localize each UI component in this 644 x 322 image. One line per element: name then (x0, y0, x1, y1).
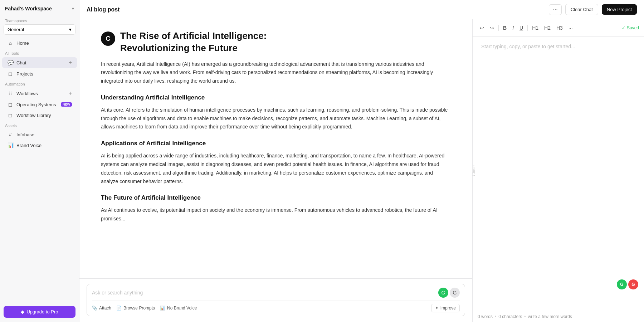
sidebar-item-workflows[interactable]: ⁞⁞ Workflows + (2, 88, 77, 99)
sidebar-item-projects[interactable]: ◻ Projects (2, 69, 77, 79)
browse-prompts-icon: 📄 (116, 306, 122, 311)
ai-tools-label: AI Tools (0, 48, 79, 57)
h1-button[interactable]: H1 (530, 24, 541, 32)
main-area: AI blog post ··· Clear Chat New Project … (79, 0, 644, 322)
document-scroll: C The Rise of Artificial Intelligence: R… (79, 19, 472, 278)
workspace-chevron-icon: ▾ (72, 6, 74, 11)
grammarly-suggest-button[interactable]: G (450, 288, 460, 298)
section1-body: At its core, AI refers to the simulation… (101, 106, 451, 131)
editor-grammarly-red-button[interactable]: G (628, 279, 638, 289)
redo-button[interactable]: ↪ (488, 24, 496, 32)
sidebar-home-label: Home (16, 40, 72, 46)
word-count: 0 words (478, 314, 493, 319)
no-brand-voice-button[interactable]: 📊 No Brand Voice (160, 306, 197, 311)
chat-icons-right: G G (438, 288, 460, 298)
teamspace-selector[interactable]: General ▾ (4, 24, 75, 35)
title-line2: Revolutionizing the Future (120, 43, 238, 53)
editor-grammarly-icons: G G (617, 279, 638, 289)
chat-input[interactable] (92, 290, 435, 296)
editor-footer: 0 words • 0 characters • write a few mor… (473, 311, 644, 322)
upgrade-icon: ◆ (21, 309, 24, 314)
operating-systems-icon: ◻ (7, 102, 14, 107)
sidebar-projects-label: Projects (16, 71, 72, 77)
section3-body: As AI continues to evolve, its potential… (101, 206, 451, 223)
sidebar-operating-systems-label: Operating Systems (16, 102, 57, 107)
bold-button[interactable]: B (501, 24, 509, 32)
sidebar-brand-voice-label: Brand Voice (16, 143, 72, 148)
sidebar-item-workflow-library[interactable]: ◻ Workflow Library (2, 110, 77, 120)
editor-content[interactable]: Start typing, copy, or paste to get star… (473, 36, 644, 311)
footer-suggestion: write a few more words (528, 314, 572, 319)
editor-toolbar: ↩ ↪ B I U H1 H2 H3 ··· ✓ Saved (473, 19, 644, 36)
teamspace-value: General (8, 27, 24, 32)
chat-input-area: G G 📎 Attach 📄 Browse Prompts (79, 278, 472, 322)
sidebar: Fahad's Workspace ▾ Teamspaces General ▾… (0, 0, 79, 322)
more-options-button[interactable]: ··· (549, 4, 561, 15)
toolbar-separator-2 (527, 25, 528, 31)
document-body: In recent years, Artificial Intelligence… (101, 60, 451, 223)
character-count: 0 characters (498, 314, 522, 319)
browse-prompts-label: Browse Prompts (123, 306, 155, 311)
sidebar-item-home[interactable]: ⌂ Home (2, 38, 77, 48)
projects-icon: ◻ (7, 71, 14, 77)
chat-input-box: G G 📎 Attach 📄 Browse Prompts (87, 284, 465, 316)
clear-chat-button[interactable]: Clear Chat (565, 4, 598, 15)
workflows-icon: ⁞⁞ (7, 91, 14, 96)
teamspace-chevron-icon: ▾ (69, 27, 72, 32)
toolbar-separator-1 (498, 25, 499, 31)
document-header: C The Rise of Artificial Intelligence: R… (101, 30, 451, 54)
improve-icon: ✦ (435, 306, 439, 311)
browse-prompts-button[interactable]: 📄 Browse Prompts (116, 306, 155, 311)
attach-icon: 📎 (92, 306, 97, 311)
chat-add-icon[interactable]: + (69, 59, 72, 66)
workflow-library-icon: ◻ (7, 112, 14, 118)
new-project-button[interactable]: New Project (602, 4, 637, 15)
sidebar-item-operating-systems[interactable]: ◻ Operating Systems NEW (2, 99, 77, 109)
workspace-name: Fahad's Workspace (5, 6, 52, 11)
workspace-header[interactable]: Fahad's Workspace ▾ (0, 0, 79, 16)
chat-input-row: G G (92, 288, 460, 298)
document-title-block: The Rise of Artificial Intelligence: Rev… (120, 30, 451, 54)
brand-voice-icon: 📊 (7, 142, 14, 148)
content-area: C The Rise of Artificial Intelligence: R… (79, 19, 644, 322)
grammarly-check-button[interactable]: G (438, 288, 448, 298)
saved-label: Saved (627, 25, 639, 30)
h2-button[interactable]: H2 (542, 24, 553, 32)
section1-heading: Understanding Artificial Intelligence (101, 93, 451, 103)
more-formatting-button[interactable]: ··· (566, 24, 575, 32)
editor-grammarly-green-button[interactable]: G (617, 279, 627, 289)
h3-button[interactable]: H3 (554, 24, 565, 32)
sidebar-item-brand-voice[interactable]: 📊 Brand Voice (2, 140, 77, 150)
upgrade-label: Upgrade to Pro (26, 309, 58, 314)
footer-dot-1: • (495, 314, 496, 319)
page-title: AI blog post (87, 6, 545, 13)
underline-button[interactable]: U (517, 24, 525, 32)
improve-button[interactable]: ✦ Improve (431, 304, 460, 312)
italic-button[interactable]: I (510, 24, 516, 32)
sidebar-chat-label: Chat (16, 60, 66, 65)
improve-label: Improve (440, 306, 456, 311)
intro-paragraph: In recent years, Artificial Intelligence… (101, 60, 451, 86)
document-title: The Rise of Artificial Intelligence: Rev… (120, 30, 451, 54)
attach-label: Attach (99, 306, 111, 311)
automation-label: Automation (0, 79, 79, 88)
brand-voice-toolbar-icon: 📊 (160, 306, 165, 311)
chat-icon: 💬 (7, 60, 14, 65)
undo-button[interactable]: ↩ (478, 24, 486, 32)
sidebar-infobase-label: Infobase (16, 132, 72, 137)
attach-button[interactable]: 📎 Attach (92, 306, 111, 311)
workflows-add-icon[interactable]: + (69, 90, 72, 97)
teamspaces-label: Teamspaces (0, 16, 79, 24)
upgrade-button[interactable]: ◆ Upgrade to Pro (4, 306, 75, 318)
home-icon: ⌂ (7, 40, 14, 46)
editor-panel: Close ✏ ↩ ↪ B I U H1 H2 H3 ··· ✓ Saved (472, 19, 644, 322)
no-brand-voice-label: No Brand Voice (167, 306, 197, 311)
sidebar-workflow-library-label: Workflow Library (16, 113, 72, 118)
infobase-icon: # (7, 132, 14, 137)
footer-dot-2: • (524, 314, 526, 319)
sidebar-item-infobase[interactable]: # Infobase (2, 130, 77, 140)
assets-label: Assets (0, 121, 79, 129)
editor-placeholder: Start typing, copy, or paste to get star… (481, 44, 635, 49)
sidebar-item-chat[interactable]: 💬 Chat + (2, 57, 77, 68)
checkmark-icon: ✓ (622, 25, 625, 30)
